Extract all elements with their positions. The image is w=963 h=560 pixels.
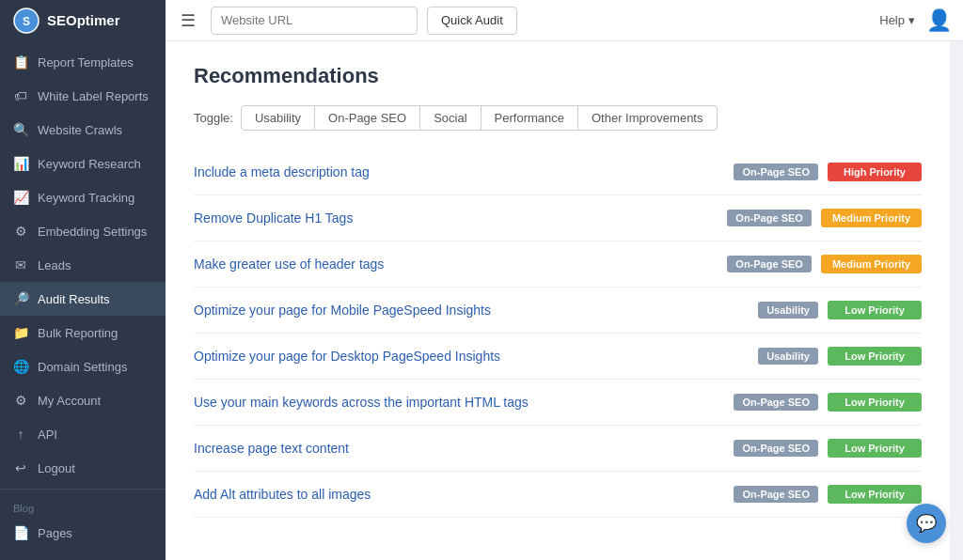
sidebar-blog-section: Blog (0, 493, 166, 516)
hamburger-button[interactable]: ☰ (175, 7, 201, 35)
rec-title[interactable]: Add Alt attributes to all images (194, 487, 734, 502)
sidebar: 📋Report Templates🏷White Label Reports🔍We… (0, 41, 166, 560)
url-input[interactable] (211, 7, 418, 35)
sidebar-label-keyword-tracking: Keyword Tracking (38, 191, 134, 205)
priority-badge: Medium Priority (821, 209, 922, 227)
priority-badge: High Priority (828, 163, 922, 181)
sidebar-label-audit-results: Audit Results (38, 292, 110, 306)
help-button[interactable]: Help ▾ (879, 13, 915, 27)
rec-right: On-Page SEOMedium Priority (727, 255, 922, 273)
rec-right: UsabilityLow Priority (758, 347, 922, 366)
sidebar-label-keyword-research: Keyword Research (38, 157, 141, 171)
sidebar-label-embedding-settings: Embedding Settings (38, 225, 147, 239)
sidebar-label-api: API (38, 428, 57, 442)
sidebar-label-leads: Leads (38, 258, 71, 272)
sidebar-label-pages: Pages (38, 526, 72, 540)
sidebar-icon-report-templates: 📋 (13, 54, 28, 70)
tab-usability[interactable]: Usability (241, 105, 315, 131)
rec-tag: On-Page SEO (727, 210, 812, 226)
sidebar-icon-audit-results: 🔎 (13, 291, 28, 306)
rec-tag: On-Page SEO (734, 486, 818, 503)
recommendations-list: Include a meta description tagOn-Page SE… (194, 149, 922, 518)
sidebar-item-leads[interactable]: ✉Leads (0, 248, 166, 282)
priority-badge: Low Priority (828, 393, 922, 412)
sidebar-icon-api: ↑ (13, 427, 28, 442)
rec-right: On-Page SEOLow Priority (734, 439, 922, 458)
layout: 📋Report Templates🏷White Label Reports🔍We… (0, 41, 963, 560)
table-row: Use your main keywords across the import… (194, 380, 922, 426)
sidebar-icon-white-label-reports: 🏷 (13, 88, 28, 103)
logo-icon: S (13, 8, 39, 34)
quick-audit-button[interactable]: Quick Audit (427, 7, 517, 35)
sidebar-item-bulk-reporting[interactable]: 📁Bulk Reporting (0, 316, 166, 350)
rec-title[interactable]: Increase page text content (194, 441, 734, 456)
right-gutter (950, 41, 963, 560)
rec-title[interactable]: Include a meta description tag (194, 164, 734, 179)
sidebar-icon-website-crawls: 🔍 (13, 122, 28, 137)
sidebar-item-pages[interactable]: 📄Pages (0, 516, 166, 550)
rec-right: On-Page SEOLow Priority (734, 485, 922, 504)
toggle-label: Toggle: (194, 111, 233, 125)
sidebar-icon-pages: 📄 (13, 525, 28, 540)
sidebar-item-audit-results[interactable]: 🔎Audit Results (0, 282, 166, 316)
sidebar-icon-leads: ✉ (13, 257, 28, 272)
sidebar-icon-bulk-reporting: 📁 (13, 325, 28, 340)
priority-badge: Low Priority (828, 301, 922, 319)
rec-tag: On-Page SEO (734, 394, 818, 411)
table-row: Add Alt attributes to all imagesOn-Page … (194, 472, 922, 518)
main-content: Recommendations Toggle: UsabilityOn-Page… (166, 41, 950, 560)
user-icon[interactable]: 👤 (926, 8, 952, 33)
sidebar-icon-my-account: ⚙ (13, 393, 28, 408)
page-title: Recommendations (194, 64, 922, 88)
sidebar-item-domain-settings[interactable]: 🌐Domain Settings (0, 350, 166, 383)
sidebar-icon-logout: ↩ (13, 460, 28, 475)
tab-other-improvements[interactable]: Other Improvements (578, 105, 718, 131)
sidebar-icon-embedding-settings: ⚙ (13, 224, 28, 239)
sidebar-label-logout: Logout (38, 461, 75, 475)
topbar-right: Help ▾ 👤 (879, 8, 952, 33)
rec-title[interactable]: Make greater use of header tags (194, 257, 727, 272)
table-row: Optimize your page for Mobile PageSpeed … (194, 288, 922, 334)
table-row: Remove Duplicate H1 TagsOn-Page SEOMediu… (194, 195, 922, 241)
sidebar-item-api[interactable]: ↑API (0, 417, 166, 451)
toggle-row: Toggle: UsabilityOn-Page SEOSocialPerfor… (194, 105, 922, 131)
table-row: Include a meta description tagOn-Page SE… (194, 149, 922, 195)
rec-title[interactable]: Optimize your page for Mobile PageSpeed … (194, 303, 758, 318)
sidebar-icon-keyword-tracking: 📈 (13, 190, 28, 205)
rec-tag: Usability (758, 348, 818, 365)
sidebar-item-white-label-reports[interactable]: 🏷White Label Reports (0, 79, 166, 113)
priority-badge: Low Priority (828, 485, 922, 504)
rec-title[interactable]: Remove Duplicate H1 Tags (194, 210, 727, 226)
sidebar-item-logout[interactable]: ↩Logout (0, 451, 166, 485)
rec-right: UsabilityLow Priority (758, 301, 922, 319)
rec-right: On-Page SEOMedium Priority (727, 209, 922, 227)
chat-icon: 💬 (916, 513, 937, 534)
priority-badge: Low Priority (828, 347, 922, 366)
sidebar-item-embedding-settings[interactable]: ⚙Embedding Settings (0, 214, 166, 248)
rec-tag: On-Page SEO (734, 440, 818, 457)
rec-title[interactable]: Use your main keywords across the import… (194, 395, 734, 410)
tab-performance[interactable]: Performance (482, 105, 578, 131)
toggle-tabs: UsabilityOn-Page SEOSocialPerformanceOth… (241, 105, 718, 131)
tab-social[interactable]: Social (420, 105, 481, 131)
sidebar-label-my-account: My Account (38, 394, 101, 408)
sidebar-item-my-account[interactable]: ⚙My Account (0, 383, 166, 417)
sidebar-item-keyword-research[interactable]: 📊Keyword Research (0, 147, 166, 180)
sidebar-item-website-crawls[interactable]: 🔍Website Crawls (0, 113, 166, 147)
sidebar-item-keyword-tracking[interactable]: 📈Keyword Tracking (0, 180, 166, 214)
table-row: Optimize your page for Desktop PageSpeed… (194, 334, 922, 380)
rec-title[interactable]: Optimize your page for Desktop PageSpeed… (194, 349, 758, 364)
sidebar-label-domain-settings: Domain Settings (38, 360, 127, 374)
sidebar-icon-domain-settings: 🌐 (13, 359, 28, 374)
table-row: Increase page text contentOn-Page SEOLow… (194, 426, 922, 472)
chat-button[interactable]: 💬 (907, 504, 946, 543)
rec-tag: Usability (758, 302, 818, 319)
svg-text:S: S (23, 15, 30, 28)
sidebar-item-report-templates[interactable]: 📋Report Templates (0, 45, 166, 79)
sidebar-label-white-label-reports: White Label Reports (38, 89, 149, 103)
sidebar-label-report-templates: Report Templates (38, 55, 134, 70)
table-row: Make greater use of header tagsOn-Page S… (194, 241, 922, 288)
rec-tag: On-Page SEO (727, 256, 812, 272)
tab-on-page-seo[interactable]: On-Page SEO (315, 105, 420, 131)
priority-badge: Medium Priority (821, 255, 922, 273)
